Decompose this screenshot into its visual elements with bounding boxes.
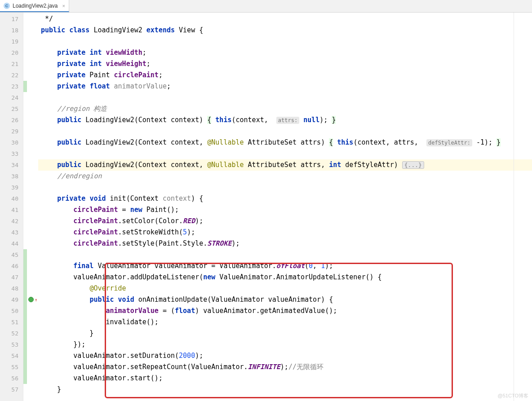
code-line[interactable]: } — [38, 384, 532, 395]
code-line[interactable]: final ValueAnimator valueAnimator = Valu… — [38, 260, 532, 272]
vcs-change-marker — [23, 294, 27, 305]
line-number[interactable]: 49 — [0, 294, 23, 305]
marker-cell — [23, 182, 38, 193]
marker-cell — [23, 249, 38, 260]
file-tab-loadingview2[interactable]: C LoadingView2.java × — [0, 0, 69, 12]
code-line[interactable] — [38, 36, 532, 47]
line-number[interactable]: 45 — [0, 249, 23, 260]
line-number[interactable]: 57 — [0, 384, 23, 395]
tab-bar: C LoadingView2.java × — [0, 0, 532, 13]
line-number[interactable]: 20 — [0, 47, 23, 58]
code-line[interactable] — [38, 126, 532, 137]
code-line[interactable]: valueAnimator.setRepeatCount(ValueAnimat… — [38, 361, 532, 373]
vcs-change-marker — [23, 249, 27, 260]
vcs-change-marker — [23, 350, 27, 361]
line-number[interactable]: 51 — [0, 317, 23, 328]
line-number[interactable]: 26 — [0, 115, 23, 126]
line-number[interactable]: 21 — [0, 58, 23, 70]
code-line[interactable]: private int viewHeight; — [38, 58, 532, 70]
code-line[interactable]: circlePaint = new Paint(); — [38, 204, 532, 216]
marker-cell — [23, 159, 38, 171]
code-line[interactable]: circlePaint.setStyle(Paint.Style.STROKE)… — [38, 238, 532, 249]
marker-cell — [23, 373, 38, 384]
line-number[interactable]: 19 — [0, 36, 23, 47]
line-number[interactable]: 38 — [0, 171, 23, 182]
marker-cell — [23, 58, 38, 70]
override-icon[interactable] — [28, 297, 34, 302]
code-line[interactable]: public LoadingView2(Context context, @Nu… — [38, 159, 532, 171]
code-line[interactable]: valueAnimator.start(); — [38, 373, 532, 384]
code-line[interactable]: circlePaint.setColor(Color.RED); — [38, 216, 532, 227]
line-number[interactable]: 23 — [0, 81, 23, 92]
code-line[interactable]: valueAnimator.addUpdateListener(new Valu… — [38, 272, 532, 283]
code-line[interactable]: }); — [38, 339, 532, 350]
code-line[interactable]: circlePaint.setStrokeWidth(5); — [38, 227, 532, 238]
code-line[interactable]: private int viewWidth; — [38, 47, 532, 58]
marker-cell — [23, 92, 38, 103]
line-number[interactable]: 33 — [0, 148, 23, 159]
vcs-change-marker — [23, 81, 27, 92]
line-number[interactable]: 30 — [0, 137, 23, 148]
line-number[interactable]: 52 — [0, 328, 23, 339]
code-line[interactable]: public LoadingView2(Context context, @Nu… — [38, 137, 532, 148]
right-margin-line — [514, 13, 514, 401]
line-number[interactable]: 56 — [0, 373, 23, 384]
line-number[interactable]: 41 — [0, 204, 23, 216]
line-number[interactable]: 24 — [0, 92, 23, 103]
marker-cell — [23, 70, 38, 81]
vcs-change-marker — [23, 328, 27, 339]
marker-cell — [23, 339, 38, 350]
vcs-change-marker — [23, 373, 27, 384]
code-line[interactable]: public class LoadingView2 extends View { — [38, 25, 532, 36]
line-number[interactable]: 54 — [0, 350, 23, 361]
marker-cell — [23, 36, 38, 47]
code-line[interactable] — [38, 182, 532, 193]
line-number[interactable]: 18 — [0, 25, 23, 36]
code-line[interactable]: } — [38, 328, 532, 339]
code-line[interactable]: invalidate(); — [38, 317, 532, 328]
code-line[interactable] — [38, 92, 532, 103]
code-line[interactable] — [38, 148, 532, 159]
code-line[interactable]: @Override — [38, 283, 532, 294]
marker-gutter[interactable]: ↑ — [23, 13, 38, 401]
line-number[interactable]: 53 — [0, 339, 23, 350]
vcs-change-marker — [23, 283, 27, 294]
line-number-gutter[interactable]: 1718192021222324252629303334383940414243… — [0, 13, 23, 401]
marker-cell — [23, 13, 38, 25]
close-icon[interactable]: × — [62, 3, 65, 9]
code-line[interactable]: private float animatorValue; — [38, 81, 532, 92]
code-line[interactable]: private void init(Context context) { — [38, 193, 532, 204]
code-line[interactable]: animatorValue = (float) valueAnimator.ge… — [38, 305, 532, 317]
code-area[interactable]: 1718192021222324252629303334383940414243… — [0, 13, 532, 401]
line-number[interactable]: 40 — [0, 193, 23, 204]
marker-cell — [23, 350, 38, 361]
line-number[interactable]: 22 — [0, 70, 23, 81]
code-line[interactable]: valueAnimator.setDuration(2000); — [38, 350, 532, 361]
code-line[interactable]: public void onAnimationUpdate(ValueAnima… — [38, 294, 532, 305]
vcs-change-marker — [23, 317, 27, 328]
marker-cell: ↑ — [23, 294, 38, 305]
line-number[interactable]: 43 — [0, 227, 23, 238]
line-number[interactable]: 50 — [0, 305, 23, 317]
vcs-change-marker — [23, 305, 27, 317]
line-number[interactable]: 44 — [0, 238, 23, 249]
line-number[interactable]: 55 — [0, 361, 23, 373]
line-number[interactable]: 48 — [0, 283, 23, 294]
marker-cell — [23, 317, 38, 328]
code-content[interactable]: */public class LoadingView2 extends View… — [38, 13, 532, 401]
line-number[interactable]: 46 — [0, 260, 23, 272]
code-line[interactable]: private Paint circlePaint; — [38, 70, 532, 81]
line-number[interactable]: 29 — [0, 126, 23, 137]
line-number[interactable]: 17 — [0, 13, 23, 25]
line-number[interactable]: 25 — [0, 103, 23, 115]
line-number[interactable]: 34 — [0, 159, 23, 171]
code-line[interactable]: //endregion — [38, 171, 532, 182]
code-line[interactable] — [38, 249, 532, 260]
code-line[interactable]: */ — [38, 13, 532, 25]
line-number[interactable]: 39 — [0, 182, 23, 193]
line-number[interactable]: 47 — [0, 272, 23, 283]
marker-cell — [23, 328, 38, 339]
line-number[interactable]: 42 — [0, 216, 23, 227]
code-line[interactable]: public LoadingView2(Context context) { t… — [38, 115, 532, 126]
code-line[interactable]: //region 构造 — [38, 103, 532, 115]
